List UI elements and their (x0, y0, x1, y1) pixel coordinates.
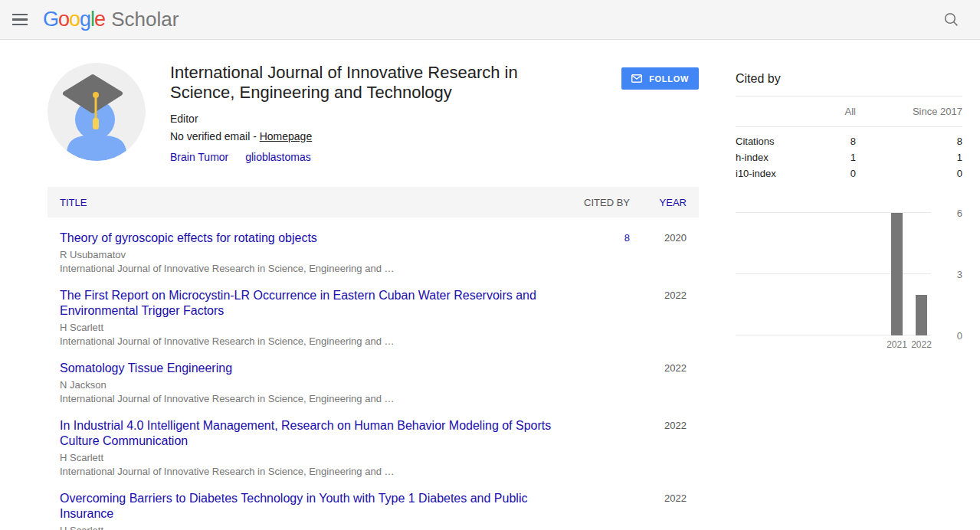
i10-index-label[interactable]: i10-index (736, 165, 801, 182)
article-title-link[interactable]: Overcoming Barriers to Diabetes Technolo… (60, 491, 553, 522)
sort-by-title-header[interactable]: TITLE (60, 197, 87, 208)
cited-by-panel: Cited by All Since 2017 Citations 8 8 h-… (736, 63, 962, 530)
article-row: In Industrial 4.0 Intelligent Management… (48, 405, 699, 478)
i10-index-all: 0 (801, 165, 856, 182)
logo-letter: g (80, 8, 90, 31)
article-cited-count[interactable]: 8 (624, 232, 630, 244)
avatar (48, 63, 146, 161)
article-row: Somatology Tissue Engineering N Jackson … (48, 348, 699, 405)
chart-ytick-label: 0 (933, 330, 962, 342)
sort-by-year-header[interactable]: YEAR (660, 197, 687, 208)
article-venue: International Journal of Innovative Rese… (60, 392, 553, 405)
interest-tag-brain-tumor[interactable]: Brain Tumor (170, 151, 228, 163)
logo-letter: o (58, 8, 69, 31)
metric-row-i10-index: i10-index 0 0 (736, 165, 962, 182)
article-venue: International Journal of Innovative Rese… (60, 465, 553, 478)
interest-tag-glioblastomas[interactable]: glioblastomas (245, 151, 311, 163)
logo-letter: o (69, 8, 80, 31)
article-row: Theory of gyroscopic effects for rotatin… (48, 218, 699, 275)
sort-by-citations-header[interactable]: CITED BY (553, 197, 630, 208)
citations-chart-plot: 03620212022 (736, 212, 931, 335)
article-year: 2022 (630, 288, 699, 348)
citations-all: 8 (801, 133, 856, 149)
logo-letter: G (43, 8, 58, 31)
google-scholar-logo[interactable]: Google Scholar (43, 8, 179, 31)
h-index-all: 1 (801, 149, 856, 165)
search-icon[interactable] (931, 0, 971, 40)
metric-row-citations: Citations 8 8 (736, 133, 962, 149)
article-year: 2022 (630, 491, 699, 530)
citations-label[interactable]: Citations (736, 133, 801, 149)
article-venue: International Journal of Innovative Rese… (60, 262, 553, 275)
article-authors: N Jackson (60, 378, 553, 391)
article-title-link[interactable]: In Industrial 4.0 Intelligent Management… (60, 418, 553, 449)
profile-role: Editor (170, 113, 561, 125)
logo-letter: e (94, 8, 105, 31)
chart-ytick-label: 6 (933, 208, 962, 219)
article-row: Overcoming Barriers to Diabetes Technolo… (48, 478, 699, 530)
menu-icon[interactable] (0, 0, 40, 40)
homepage-link[interactable]: Homepage (260, 130, 313, 142)
i10-index-since: 0 (856, 165, 962, 182)
article-title-link[interactable]: Somatology Tissue Engineering (60, 361, 553, 376)
profile-name: International Journal of Innovative Rese… (170, 63, 561, 103)
profile-email: No verified email - Homepage (170, 130, 561, 142)
article-year: 2020 (630, 231, 699, 275)
column-since-2017: Since 2017 (856, 103, 962, 119)
envelope-icon (631, 74, 642, 83)
chart-xtick-label: 2022 (909, 339, 935, 350)
article-venue: International Journal of Innovative Rese… (60, 335, 553, 348)
cited-by-title: Cited by (736, 72, 962, 86)
cited-by-table-header: All Since 2017 (736, 97, 962, 127)
h-index-since: 1 (856, 149, 962, 165)
chart-xtick-label: 2021 (884, 339, 910, 350)
follow-button-label: FOLLOW (649, 74, 689, 83)
metric-row-h-index: h-index 1 1 (736, 149, 962, 165)
article-authors: H Scarlett (60, 524, 553, 530)
h-index-label[interactable]: h-index (736, 149, 801, 165)
chart-bar-2021[interactable] (891, 213, 903, 335)
articles-table: TITLE CITED BY YEAR Theory of gyroscopic… (48, 187, 699, 530)
citations-since: 8 (856, 133, 962, 149)
article-authors: H Scarlett (60, 321, 553, 334)
profile-header: International Journal of Innovative Rese… (48, 63, 699, 163)
article-authors: H Scarlett (60, 451, 553, 464)
articles-table-header: TITLE CITED BY YEAR (48, 187, 699, 218)
article-title-link[interactable]: The First Report on Microcystin-LR Occur… (60, 288, 553, 319)
column-all: All (801, 103, 856, 119)
google-logo-letters: Google (43, 8, 105, 31)
article-year: 2022 (630, 418, 699, 478)
citations-chart: 03620212022 (736, 212, 962, 365)
profile-interests: Brain Tumor glioblastomas (170, 151, 561, 163)
chart-bar-2022[interactable] (916, 295, 927, 335)
chart-ytick-label: 3 (933, 269, 962, 280)
scholar-logo-text: Scholar (111, 8, 179, 31)
topbar: Google Scholar (0, 0, 980, 40)
article-title-link[interactable]: Theory of gyroscopic effects for rotatin… (60, 231, 553, 246)
article-row: The First Report on Microcystin-LR Occur… (48, 275, 699, 348)
article-year: 2022 (630, 361, 699, 405)
article-authors: R Usubamatov (60, 248, 553, 261)
email-note: No verified email - (170, 130, 260, 142)
follow-button[interactable]: FOLLOW (621, 67, 699, 90)
